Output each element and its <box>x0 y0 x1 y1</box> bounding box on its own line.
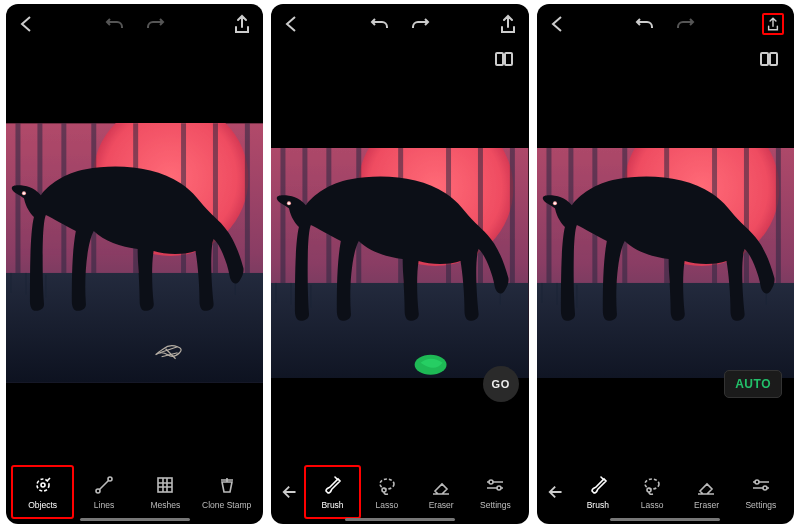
tool-label: Clone Stamp <box>202 500 251 510</box>
tool-label: Lasso <box>641 500 664 510</box>
settings-icon <box>484 474 506 496</box>
tool-eraser[interactable]: Eraser <box>414 466 468 518</box>
export-icon[interactable] <box>762 13 784 35</box>
tool-clone-stamp[interactable]: Clone Stamp <box>196 466 257 518</box>
tool-label: Lasso <box>375 500 398 510</box>
badge-text: GO <box>492 378 510 390</box>
tool-label: Eraser <box>429 500 454 510</box>
toolbar-main: Objects Lines Meshes Clone Stamp <box>6 462 263 524</box>
toolbar-back-button[interactable] <box>543 482 571 502</box>
toolbar-brush: Brush Lasso Eraser Settings <box>271 462 528 524</box>
eraser-icon <box>695 474 717 496</box>
back-icon[interactable] <box>547 13 569 35</box>
subbar <box>537 44 794 74</box>
lines-icon <box>93 474 115 496</box>
auto-badge[interactable]: AUTO <box>724 370 782 398</box>
back-icon[interactable] <box>281 13 303 35</box>
redo-icon[interactable] <box>144 13 166 35</box>
go-badge[interactable]: GO <box>483 366 519 402</box>
undo-icon[interactable] <box>634 13 656 35</box>
topbar <box>537 4 794 44</box>
lasso-icon <box>376 474 398 496</box>
toolbar-brush: Brush Lasso Eraser Settings <box>537 462 794 524</box>
screen-3: AUTO Brush Lasso Eraser Settings <box>537 4 794 524</box>
export-icon[interactable] <box>497 13 519 35</box>
tool-label: Settings <box>480 500 511 510</box>
tool-lasso[interactable]: Lasso <box>625 466 679 518</box>
tool-label: Brush <box>587 500 609 510</box>
tool-objects[interactable]: Objects <box>12 466 73 518</box>
canvas-zone[interactable] <box>6 44 263 462</box>
tool-label: Settings <box>745 500 776 510</box>
objects-icon <box>32 474 54 496</box>
home-indicator <box>610 518 720 521</box>
brush-icon <box>321 474 343 496</box>
undo-icon[interactable] <box>104 13 126 35</box>
artwork-image <box>6 123 263 383</box>
topbar <box>6 4 263 44</box>
screen-2: GO Brush Lasso Eraser Settings <box>271 4 528 524</box>
tool-label: Meshes <box>150 500 180 510</box>
undo-icon[interactable] <box>369 13 391 35</box>
tool-label: Eraser <box>694 500 719 510</box>
compare-icon[interactable] <box>493 48 515 70</box>
eraser-icon <box>430 474 452 496</box>
tool-eraser[interactable]: Eraser <box>679 466 733 518</box>
tool-brush[interactable]: Brush <box>305 466 359 518</box>
screen-1: Objects Lines Meshes Clone Stamp <box>6 4 263 524</box>
tool-settings[interactable]: Settings <box>468 466 522 518</box>
toolbar-back-button[interactable] <box>277 482 305 502</box>
back-icon[interactable] <box>16 13 38 35</box>
tool-lasso[interactable]: Lasso <box>360 466 414 518</box>
tool-label: Brush <box>321 500 343 510</box>
canvas-zone[interactable]: AUTO <box>537 74 794 462</box>
meshes-icon <box>154 474 176 496</box>
tool-brush[interactable]: Brush <box>571 466 625 518</box>
tool-label: Lines <box>94 500 114 510</box>
tool-label: Objects <box>28 500 57 510</box>
settings-icon <box>750 474 772 496</box>
redo-icon[interactable] <box>409 13 431 35</box>
topbar <box>271 4 528 44</box>
export-icon[interactable] <box>231 13 253 35</box>
home-indicator <box>345 518 455 521</box>
clone-stamp-icon <box>216 474 238 496</box>
badge-text: AUTO <box>735 377 771 391</box>
brush-icon <box>587 474 609 496</box>
lasso-icon <box>641 474 663 496</box>
redo-icon[interactable] <box>674 13 696 35</box>
tool-settings[interactable]: Settings <box>734 466 788 518</box>
tool-meshes[interactable]: Meshes <box>135 466 196 518</box>
screens-row: Objects Lines Meshes Clone Stamp <box>0 0 800 528</box>
canvas-zone[interactable]: GO <box>271 74 528 462</box>
artwork-image <box>537 148 794 378</box>
home-indicator <box>80 518 190 521</box>
subbar <box>271 44 528 74</box>
tool-lines[interactable]: Lines <box>73 466 134 518</box>
compare-icon[interactable] <box>758 48 780 70</box>
artwork-image <box>271 148 528 378</box>
